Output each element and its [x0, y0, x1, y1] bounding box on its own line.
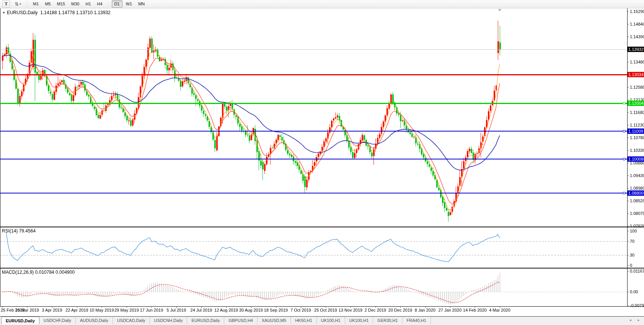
date-label: 3 Apr 2019	[42, 308, 62, 312]
chart-ohlc-values: 1.14188 1.14778 1.13710 1.13932	[40, 10, 111, 15]
date-tick-dash	[52, 306, 52, 308]
date-tick-dash	[375, 306, 376, 308]
rsi-tick-dash	[627, 265, 629, 266]
date-tick-dash	[400, 306, 401, 308]
price-tick-dash	[627, 226, 629, 226]
current-price-badge: 1.13932	[628, 47, 644, 52]
timeframe-button-mn[interactable]: MN	[135, 0, 147, 8]
chart-tab-eurusd-daily[interactable]: EURUSD,Daily	[187, 317, 224, 325]
chart-tab-eurusd-daily[interactable]: EURUSD,Daily	[1, 317, 39, 325]
chart-tab-xauusd-m5[interactable]: XAUUSD,M5	[258, 317, 291, 325]
line-edit-handle[interactable]	[623, 158, 625, 160]
price-tick-label: 1.14840	[630, 22, 644, 26]
price-tick-label: 1.09430	[630, 173, 644, 178]
chart-tabs: EURUSD,DailyUSDCHF,DailyAUDUSD,DailyUSDC…	[0, 317, 431, 325]
date-label: 24 Jul 2019	[191, 308, 212, 312]
date-tick-dash	[326, 306, 326, 308]
date-label: 30 Aug 2019	[239, 308, 263, 312]
date-tick-dash	[351, 306, 351, 308]
chart-tab-usdcnh-daily[interactable]: USDCNH,Daily	[150, 317, 187, 325]
price-tick-label: 1.14390	[630, 34, 644, 39]
date-label: 14 Feb 2020	[463, 308, 487, 312]
price-line-badge: 1.13034	[628, 72, 644, 77]
horizontal-line-object[interactable]	[0, 159, 627, 159]
chart-tab-uk100-h1[interactable]: UK100,H1	[317, 317, 345, 325]
chevron-down-icon[interactable]: ▾	[20, 1, 21, 7]
price-tick-dash	[627, 11, 629, 12]
date-tick-dash	[201, 306, 202, 308]
date-tick-dash	[251, 306, 251, 308]
price-line-badge: 1.08800	[628, 190, 644, 196]
rsi-tick-label: 100	[630, 229, 637, 233]
horizontal-line-object[interactable]	[0, 74, 627, 75]
chart-tab-hk50-h1[interactable]: HK50,H1	[291, 317, 317, 325]
cursor-mode-button[interactable]: ⇄ ▾	[12, 0, 24, 8]
date-label: 17 Jun 2019	[140, 308, 163, 312]
macd-tick-dash	[627, 271, 629, 271]
chart-tab-usdchf-daily[interactable]: USDCHF,Daily	[39, 317, 76, 325]
toolbar-grip[interactable]	[26, 1, 28, 7]
horizontal-line-object[interactable]	[0, 131, 627, 132]
date-label: 2 Dec 2019	[365, 308, 386, 312]
price-tick-dash	[627, 201, 629, 201]
date-label: 29 May 2019	[114, 308, 139, 312]
date-label: 7 Oct 2019	[290, 308, 311, 312]
timeframe-button-m1[interactable]: M1	[30, 0, 41, 8]
date-tick-dash	[152, 306, 152, 308]
chart-symbol-label: EURUSD,Daily	[7, 10, 38, 15]
chart-tab-gbpusd-h4[interactable]: GBPUSD,H4	[224, 317, 258, 325]
chart-tab-usdcad-daily[interactable]: USDCAD,Daily	[113, 317, 150, 325]
price-tick-dash	[627, 62, 629, 62]
timeframe-button-h4[interactable]: H4	[95, 0, 105, 8]
date-tick-dash	[2, 306, 3, 308]
toolbar-grip[interactable]	[108, 1, 109, 7]
timeframe-button-w1[interactable]: W1	[123, 0, 135, 8]
chart-tab-fra40-h1[interactable]: FRA40,H1	[403, 317, 431, 325]
date-tick-dash	[500, 306, 500, 308]
date-label: 5 Jul 2019	[167, 308, 186, 312]
price-tick-label: 1.12580	[630, 85, 644, 89]
line-edit-handle[interactable]	[623, 130, 625, 132]
chart-menu-triangle-icon[interactable]: ▼	[2, 11, 5, 15]
date-label: 13 Nov 2019	[339, 308, 362, 312]
timeframe-button-h1[interactable]: H1	[83, 0, 93, 8]
date-tick-dash	[27, 306, 28, 308]
horizontal-line-object[interactable]	[0, 193, 627, 193]
toolbar: T ⇄ ▾ M1M5M15M30H1H4D1W1MN	[0, 0, 644, 8]
current-price-line	[0, 49, 627, 50]
date-label: 8 Jan 2020	[415, 308, 435, 312]
timeframe-button-d1[interactable]: D1	[112, 0, 122, 8]
price-line-badge: 1.12004	[628, 101, 644, 106]
date-label: 20 Dec 2019	[388, 308, 412, 312]
rsi-tick-dash	[627, 255, 629, 255]
price-tick-dash	[627, 112, 629, 113]
chart-tab-ger30-h1[interactable]: GER30,H1	[373, 317, 402, 325]
price-tick-label: 1.08070	[630, 211, 644, 216]
line-edit-handle[interactable]	[623, 192, 625, 194]
chart-shift-marker-icon[interactable]	[498, 9, 501, 11]
date-tick-dash	[475, 306, 475, 308]
price-tick-dash	[627, 213, 629, 214]
chart-canvas[interactable]	[0, 0, 644, 317]
macd-tick-label: 0.011675	[630, 269, 644, 273]
timeframe-button-m5[interactable]: M5	[42, 0, 53, 8]
chart-tab-audusd-daily[interactable]: AUDUSD,Daily	[76, 317, 113, 325]
timeframe-button-m15[interactable]: M15	[54, 0, 68, 8]
price-tick-dash	[627, 163, 629, 163]
price-line-badge: 1.11009	[628, 128, 644, 134]
rsi-label: RSI(14) 79.4564	[2, 228, 36, 234]
text-tool-button[interactable]: T	[2, 0, 10, 8]
date-label: 22 Apr 2019	[65, 308, 88, 312]
tab-scroll-right-icon[interactable]: ►	[637, 317, 640, 325]
macd-tick-dash	[627, 292, 629, 292]
price-tick-dash	[627, 138, 629, 138]
date-label: 27 Jan 2020	[439, 308, 462, 312]
tab-scroll-left-icon[interactable]: ◄	[629, 317, 632, 325]
date-label: 4 Mar 2020	[489, 308, 510, 312]
chart-tab-uk100-h1[interactable]: UK100,H1	[345, 317, 373, 325]
timeframe-button-m30[interactable]: M30	[68, 0, 82, 8]
line-edit-handle[interactable]	[623, 102, 625, 104]
horizontal-line-object[interactable]	[0, 103, 627, 104]
price-tick-dash	[627, 176, 629, 176]
price-tick-label: 1.11680	[630, 110, 644, 115]
